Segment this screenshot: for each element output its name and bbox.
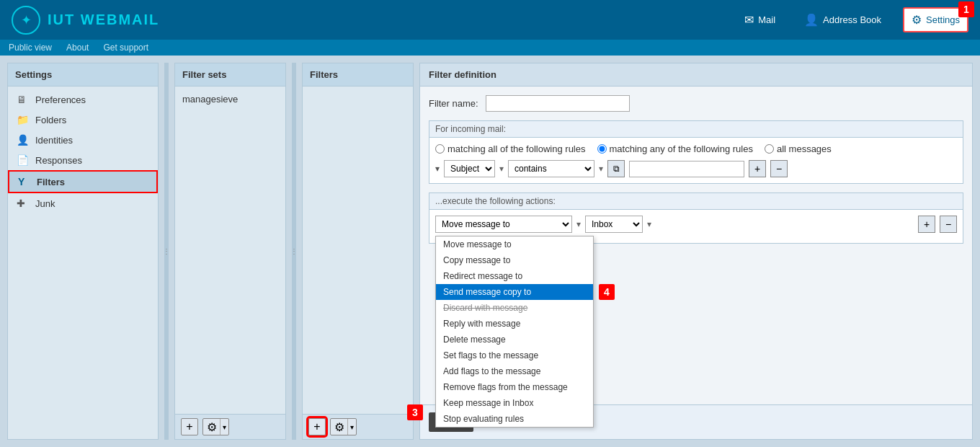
rule-op-arrow: ▾ [599,164,603,174]
rule-copy-btn[interactable]: ⧉ [607,160,625,177]
filterdef-panel: Filter definition Filter name: For incom… [419,63,973,440]
sidebar-item-identities[interactable]: 👤 Identities [8,130,158,150]
rule-row: ▾ Subject From To Body ▾ contains does n… [435,160,957,177]
rule-operator-select[interactable]: contains does not contain is begins with [508,160,594,177]
settings-nav-item[interactable]: ⚙ Settings 1 [903,7,968,32]
filters-gear-icon: ⚙ [331,419,348,435]
actions-body: Move message to Copy message to Redirect… [429,210,963,243]
junk-label: Junk [35,198,55,209]
secondbar: Public view About Get support [0,40,980,56]
radio-allmsg-label[interactable]: all messages [765,143,832,154]
radio-any[interactable] [597,144,607,154]
filtersets-title: Filter sets [182,69,226,80]
filterdef-title: Filter definition [429,69,496,80]
filtersets-add-button[interactable]: + [181,418,198,435]
radio-all-label[interactable]: matching all of the following rules [435,143,586,154]
filters-gear-arrow: ▾ [348,423,356,431]
preferences-icon: 🖥 [17,94,30,105]
radio-all-text: matching all of the following rules [447,143,586,154]
rule-field-select[interactable]: Subject From To Body [444,160,495,177]
action-add-btn[interactable]: + [918,216,935,233]
annotation-1: 1 [958,1,974,17]
radio-allmsg[interactable] [765,144,774,154]
sidebar-item-responses[interactable]: 📄 Responses [8,150,158,170]
resize-handle-1[interactable]: ⋮ [164,63,169,440]
folder-arrow: ▾ [647,219,651,229]
filtersets-content: managesieve [175,87,285,414]
sidebar-item-filters[interactable]: Y Filters 2 [8,170,158,193]
public-view-link[interactable]: Public view [9,43,52,53]
filter-name-input[interactable] [486,95,630,112]
filtersets-gear-icon: ⚙ [203,419,220,435]
dropdown-item-sendcopy[interactable]: Send message copy to 4 [436,284,593,300]
dropdown-item-stopevaluating[interactable]: Stop evaluating rules [436,411,593,427]
settings-panel-content: 🖥 Preferences 📁 Folders 👤 Identities 📄 R… [8,87,158,439]
filtersets-header: Filter sets [175,63,285,87]
about-link[interactable]: About [66,43,89,53]
app-title: IUT WEBMAIL [48,12,159,28]
dropdown-item-discard[interactable]: Discard with message [436,300,593,316]
sidebar-item-junk[interactable]: ✚ Junk [8,193,158,213]
annotation-4: 4 [599,284,615,300]
dropdown-item-copy[interactable]: Copy message to [436,252,593,268]
get-support-link[interactable]: Get support [103,43,148,53]
mail-nav-label: Mail [758,14,775,25]
filters-gear-button[interactable]: ⚙ ▾ [330,418,357,435]
filters-footer: + 3 ⚙ ▾ [303,414,413,439]
action-folder-select[interactable]: Inbox Sent Drafts Trash [585,216,643,233]
filtersets-panel: Filter sets managesieve + ⚙ ▾ [174,63,286,440]
incoming-mail-legend: For incoming mail: [429,121,963,138]
incoming-mail-section: For incoming mail: matching all of the f… [429,120,963,184]
action-type-select[interactable]: Move message to Copy message to Redirect… [435,216,572,233]
dropdown-item-redirect[interactable]: Redirect message to [436,268,593,284]
action-remove-btn[interactable]: − [940,216,957,233]
filters-panel: Filters + 3 ⚙ ▾ [302,63,414,440]
identities-label: Identities [35,135,73,146]
filter-name-label: Filter name: [429,98,478,109]
filtersets-gear-arrow: ▾ [220,423,228,431]
filter-name-row: Filter name: [429,95,963,112]
radio-allmsg-text: all messages [777,143,832,154]
filterdef-body: Filter name: For incoming mail: matching… [420,87,972,404]
action-row: Move message to Copy message to Redirect… [435,216,957,233]
sidebar-item-folders[interactable]: 📁 Folders [8,110,158,130]
rule-add-btn[interactable]: + [749,160,766,177]
filterset-item-managesieve[interactable]: managesieve [175,89,285,109]
dropdown-item-keepinbox[interactable]: Keep message in Inbox [436,395,593,411]
sidebar-item-preferences[interactable]: 🖥 Preferences [8,89,158,110]
filters-add-button[interactable]: + 3 [308,418,326,435]
topbar: ✦ IUT WEBMAIL ✉ Mail 👤 Address Book ⚙ Se… [0,0,980,40]
logo-icon: ✦ [12,6,40,35]
filterdef-header: Filter definition [420,63,972,87]
annotation-3: 3 [407,404,423,420]
resize-handle-2[interactable]: ⋮ [292,63,296,440]
filters-icon: Y [18,176,31,187]
action-dropdown: Move message to Copy message to Redirect… [435,236,594,428]
radio-all[interactable] [435,144,445,154]
rule-value-input[interactable] [629,161,744,177]
settings-panel-header: Settings [8,63,158,87]
logo-area: ✦ IUT WEBMAIL [12,6,159,35]
rule-collapse-btn[interactable]: ▾ [435,164,440,174]
filters-header: Filters [303,63,413,87]
settings-icon: ⚙ [912,13,922,27]
filtersets-gear-button[interactable]: ⚙ ▾ [202,418,229,435]
addressbook-nav-item[interactable]: 👤 Address Book [797,9,888,31]
top-navigation: ✉ Mail 👤 Address Book ⚙ Settings 1 [737,7,968,32]
preferences-label: Preferences [35,94,86,105]
dropdown-item-setflags[interactable]: Set flags to the message [436,348,593,363]
rule-remove-btn[interactable]: − [770,160,788,177]
dropdown-item-move[interactable]: Move message to [436,236,593,252]
junk-icon: ✚ [17,198,30,209]
radio-any-label[interactable]: matching any of the following rules [597,143,753,154]
dropdown-item-reply[interactable]: Reply with message [436,316,593,332]
main-container: Settings 🖥 Preferences 📁 Folders 👤 Ident… [0,56,980,447]
dropdown-item-delete[interactable]: Delete message [436,332,593,348]
dropdown-item-removeflags[interactable]: Remove flags from the message [436,379,593,395]
settings-title: Settings [15,69,52,80]
mail-nav-item[interactable]: ✉ Mail [737,9,783,31]
radio-group: matching all of the following rules matc… [435,143,957,154]
settings-nav-label: Settings [926,14,960,25]
addressbook-icon: 👤 [804,13,819,27]
dropdown-item-addflags[interactable]: Add flags to the message [436,363,593,379]
